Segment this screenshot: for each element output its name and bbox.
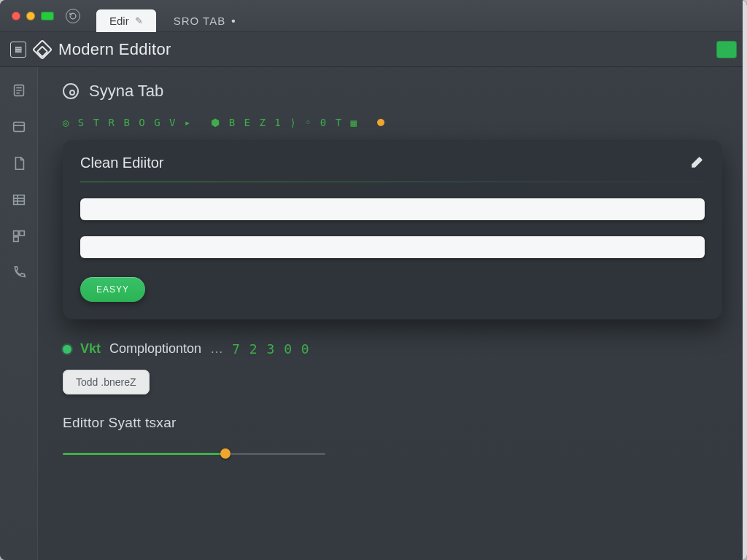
window-edge <box>743 0 747 560</box>
completion-row: Vkt Comploptionton … 7 2 3 0 0 <box>63 341 722 357</box>
tab-sro[interactable]: SRO TAB • <box>160 9 249 31</box>
minimize-window-dot[interactable] <box>26 12 35 20</box>
svg-rect-5 <box>13 237 18 241</box>
pencil-box-icon <box>32 39 53 59</box>
table-icon[interactable] <box>9 191 29 209</box>
page-icon[interactable] <box>9 155 29 172</box>
progress-slider[interactable] <box>63 447 325 460</box>
completion-ellipsis: … <box>210 341 223 357</box>
card-title: Clean Ediitor <box>80 155 164 171</box>
editor-card: Clean Ediitor EASYY <box>63 140 722 319</box>
completion-label: Comploptionton <box>109 341 201 357</box>
status-dot-icon <box>377 119 384 126</box>
layout-icon[interactable] <box>9 118 29 136</box>
code-segment-a: ◎ S T R B O G V ▸ <box>63 117 192 128</box>
content-area: Syyna Tab ◎ S T R B O G V ▸ ⬢ B E Z 1 ⟩ … <box>38 67 747 560</box>
card-header: Clean Ediitor <box>80 155 705 171</box>
tab-label: SRO TAB <box>174 15 225 27</box>
sidebar <box>0 67 38 560</box>
maximize-window-pill[interactable] <box>41 12 54 20</box>
grid-icon[interactable]: ▦ <box>10 42 26 58</box>
refresh-icon[interactable] <box>66 9 80 23</box>
text-input-1[interactable] <box>80 198 705 220</box>
slider-fill <box>63 453 225 455</box>
text-input-2[interactable] <box>80 236 705 258</box>
todd-chip[interactable]: Todd .bnereZ <box>63 370 150 394</box>
app-title: Modern Edditor <box>58 40 171 59</box>
completion-prefix: Vkt <box>80 341 101 357</box>
modified-dot-icon: • <box>231 15 236 27</box>
window-controls <box>7 12 58 20</box>
sub-heading: Edittor Syatt tsxar <box>63 415 722 431</box>
section-title-text: Syyna Tab <box>89 82 163 101</box>
target-icon <box>63 83 79 99</box>
code-segment-b: ⬢ B E Z 1 ⟩ ◦ 0 T ▦ <box>211 117 358 128</box>
easy-button[interactable]: EASYY <box>80 277 145 302</box>
tab-editor[interactable]: Edir ✎ <box>96 9 156 31</box>
app-body: Syyna Tab ◎ S T R B O G V ▸ ⬢ B E Z 1 ⟩ … <box>0 67 747 560</box>
svg-rect-2 <box>13 195 24 205</box>
status-chip[interactable] <box>716 41 737 58</box>
code-strip: ◎ S T R B O G V ▸ ⬢ B E Z 1 ⟩ ◦ 0 T ▦ <box>63 117 722 128</box>
phone-icon[interactable] <box>9 264 29 281</box>
app-window: Edir ✎ SRO TAB • ▦ Modern Edditor <box>0 0 747 560</box>
tab-bar: Edir ✎ SRO TAB • <box>96 0 249 31</box>
success-dot-icon <box>63 345 71 354</box>
section-heading: Syyna Tab <box>63 82 722 101</box>
files-icon[interactable] <box>9 82 29 99</box>
slider-thumb[interactable] <box>220 448 231 459</box>
card-divider <box>80 182 705 182</box>
chip-label: Todd .bnereZ <box>76 376 136 388</box>
pencil-icon: ✎ <box>135 15 143 26</box>
svg-rect-3 <box>13 231 18 236</box>
svg-rect-4 <box>19 231 23 236</box>
app-header: ▦ Modern Edditor <box>0 32 747 67</box>
widget-icon[interactable] <box>9 228 29 245</box>
completion-value: 7 2 3 0 0 <box>232 341 310 357</box>
svg-rect-1 <box>13 122 24 132</box>
titlebar: Edir ✎ SRO TAB • <box>0 0 747 32</box>
close-window-dot[interactable] <box>12 12 20 20</box>
tab-label: Edir <box>109 15 129 27</box>
edit-icon[interactable] <box>690 156 705 171</box>
